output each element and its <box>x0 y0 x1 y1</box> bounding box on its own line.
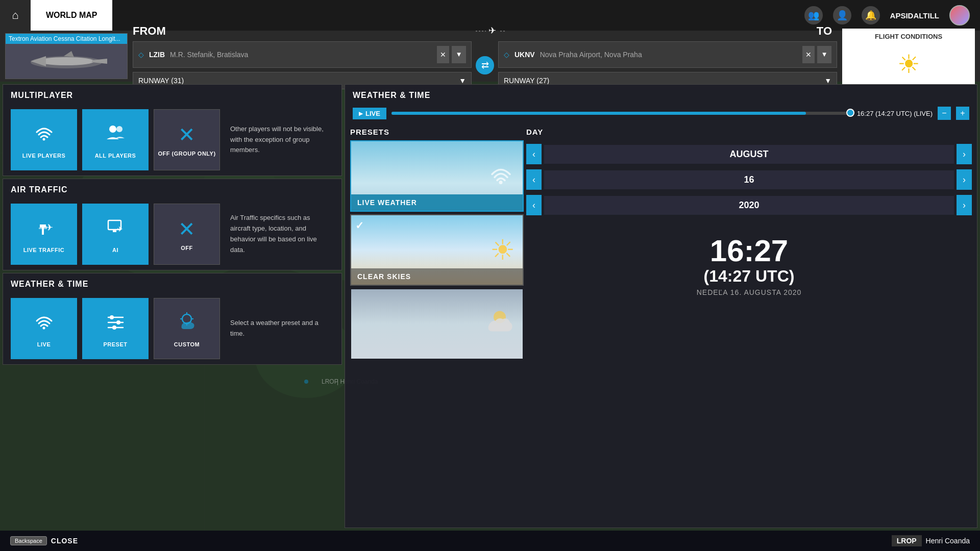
preset-clear-skies[interactable]: ✓ ☀ CLEAR SKIES <box>350 214 524 286</box>
close-button-area[interactable]: Backspace CLOSE <box>10 536 78 545</box>
traffic-x-icon: ✕ <box>178 217 195 241</box>
timeline-slider[interactable] <box>391 112 852 115</box>
air-traffic-desc: Air Traffic specifics such as aircraft t… <box>225 210 334 258</box>
air-traffic-section: AIR TRAFFIC ✈ LIVE TRAFFIC <box>3 179 342 270</box>
live-wifi-icon <box>33 310 56 337</box>
traffic-off-label: OFF <box>181 245 193 251</box>
bottom-bar: Backspace CLOSE LROP Henri Coanda <box>0 531 980 551</box>
preset-tile[interactable]: PRESET <box>82 298 149 359</box>
multiplayer-section: MULTIPLAYER LIVE PLAYERS <box>3 84 342 176</box>
svg-text:✈: ✈ <box>488 26 496 36</box>
big-time-display: 16:27 (14:27 UTC) NEDEĽA 16. AUGUSTA 202… <box>526 236 972 296</box>
year-value: 2020 <box>544 196 954 215</box>
svg-point-34 <box>116 126 122 132</box>
off-group-only-tile[interactable]: ✕ OFF (GROUP ONLY) <box>154 109 220 170</box>
airport-name-label: Henri Coanda <box>926 537 970 545</box>
multiplayer-options: LIVE PLAYERS ALL PLAYERS ✕ <box>3 104 341 176</box>
custom-tile[interactable]: CUSTOM <box>154 298 220 359</box>
all-players-tile[interactable]: ALL PLAYERS <box>82 109 149 170</box>
preset-cloudy[interactable] <box>350 288 524 360</box>
month-prev-btn[interactable]: ‹ <box>526 144 542 164</box>
to-dropdown-btn[interactable]: ▼ <box>817 46 831 63</box>
time-plus-btn[interactable]: + <box>956 107 969 120</box>
sliders-icon <box>104 310 127 337</box>
multiplayer-desc: Other players will not be visible, with … <box>225 121 334 158</box>
slider-fill <box>391 112 806 115</box>
ai-label: AI <box>112 247 118 253</box>
from-dropdown-btn[interactable]: ▼ <box>452 46 466 63</box>
world-map-tab[interactable]: WORLD MAP <box>31 0 112 31</box>
clear-skies-sun-icon: ☀ <box>490 234 515 266</box>
aircraft-image <box>6 44 127 79</box>
day-column: DAY ‹ AUGUST › ‹ 16 › ‹ <box>526 125 972 525</box>
day-prev-btn[interactable]: ‹ <box>526 169 542 190</box>
presets-column: PRESETS <box>350 125 524 525</box>
from-airport-input[interactable]: ◇ LZIB M.R. Stefanik, Bratislava ✕ ▼ <box>133 41 472 68</box>
group-icon-btn[interactable]: 👥 <box>804 6 823 24</box>
live-traffic-label: LIVE TRAFFIC <box>23 247 65 253</box>
sun-icon: ☀ <box>892 44 925 84</box>
main-content: MULTIPLAYER LIVE PLAYERS <box>0 82 980 531</box>
clear-skies-label: CLEAR SKIES <box>351 268 523 285</box>
svg-point-46 <box>116 320 120 324</box>
to-airport-name: Nova Praha Airport, Nova Praha <box>540 51 642 59</box>
live-weather-mode-tile[interactable]: LIVE <box>11 298 77 359</box>
svg-point-25 <box>38 57 94 65</box>
year-prev-btn[interactable]: ‹ <box>526 195 542 215</box>
live-traffic-tile[interactable]: ✈ LIVE TRAFFIC <box>11 204 77 265</box>
to-airport-code: UKNV <box>514 51 535 59</box>
from-label: FROM <box>133 24 166 38</box>
preset-live-weather[interactable]: LIVE WEATHER <box>350 140 524 212</box>
weather-time-left-section: WEATHER & TIME LIVE <box>3 273 342 365</box>
svg-point-44 <box>110 315 114 319</box>
year-next-btn[interactable]: › <box>957 195 972 215</box>
day-label: DAY <box>526 125 972 139</box>
right-panel: WEATHER & TIME LIVE 16:27 (14:27 UTC) (L… <box>345 84 977 528</box>
date-display: NEDEĽA 16. AUGUSTA 2020 <box>526 288 972 296</box>
clear-to-btn[interactable]: ✕ <box>802 46 815 63</box>
user-icon: 👤 <box>837 10 848 21</box>
clear-from-btn[interactable]: ✕ <box>437 46 449 63</box>
weather-time-left-title: WEATHER & TIME <box>3 273 341 293</box>
day-num-selector: ‹ 16 › <box>526 169 972 190</box>
air-traffic-title: AIR TRAFFIC <box>3 179 341 198</box>
year-selector: ‹ 2020 › <box>526 195 972 215</box>
world-map-label: WORLD MAP <box>46 11 97 20</box>
live-players-tile[interactable]: LIVE PLAYERS <box>11 109 77 170</box>
group-icon: 👥 <box>808 10 819 21</box>
svg-point-48 <box>112 325 116 330</box>
clock-display: 16:27 <box>526 236 972 266</box>
live-signal-icon <box>487 159 515 193</box>
svg-marker-28 <box>64 51 74 57</box>
day-next-btn[interactable]: › <box>957 169 972 190</box>
utc-display: (14:27 UTC) <box>526 266 972 286</box>
svg-text:✈: ✈ <box>117 225 123 233</box>
partly-cloudy-icon <box>484 307 515 341</box>
month-next-btn[interactable]: › <box>957 144 972 164</box>
home-button[interactable]: ⌂ <box>0 0 31 31</box>
live-players-label: LIVE PLAYERS <box>22 153 65 159</box>
aircraft-name-label: Textron Aviation Cessna Citation Longit.… <box>6 34 127 44</box>
custom-label: CUSTOM <box>174 341 200 347</box>
ai-tile[interactable]: ✈ AI <box>82 204 149 265</box>
swap-airports-btn[interactable]: ⇄ <box>476 56 494 74</box>
month-selector: ‹ AUGUST › <box>526 144 972 164</box>
svg-rect-40 <box>113 230 116 232</box>
user-icon-btn[interactable]: 👤 <box>833 6 851 24</box>
backspace-key-label: Backspace <box>10 536 47 545</box>
presets-label: PRESETS <box>350 125 524 139</box>
svg-point-32 <box>42 138 45 141</box>
time-display-label: 16:27 (14:27 UTC) (LIVE) <box>857 110 933 117</box>
time-minus-btn[interactable]: − <box>938 107 951 120</box>
traffic-off-tile[interactable]: ✕ OFF <box>154 204 220 265</box>
x-icon: ✕ <box>178 123 195 146</box>
diamond-icon: ◇ <box>138 51 144 59</box>
preset-label: PRESET <box>103 341 127 347</box>
bell-icon-btn[interactable]: 🔔 <box>862 6 880 24</box>
to-airport-input[interactable]: ◇ UKNV Nova Praha Airport, Nova Praha ✕ … <box>498 41 837 68</box>
diamond-icon-2: ◇ <box>504 51 509 59</box>
presets-scroll[interactable]: LIVE WEATHER ✓ ☀ CLEAR SKIES <box>350 140 524 525</box>
user-avatar[interactable] <box>949 5 970 26</box>
aircraft-thumbnail[interactable]: Textron Aviation Cessna Citation Longit.… <box>5 33 128 79</box>
live-play-button[interactable]: LIVE <box>353 108 386 119</box>
